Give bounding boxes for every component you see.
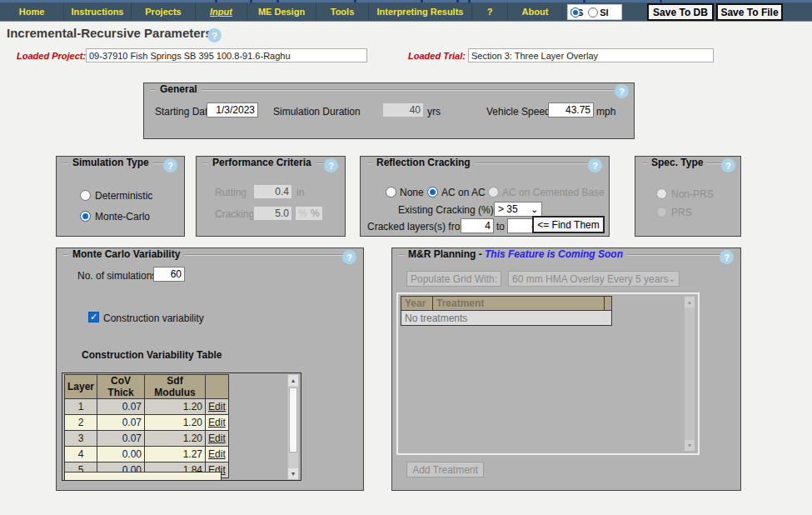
- table-row: 2 0.07 1.20 Edit: [65, 415, 229, 431]
- existing-cracking-value: > 35: [498, 203, 518, 215]
- table-row: 1 0.07 1.20 Edit: [65, 399, 229, 415]
- prs-label: PRS: [671, 207, 692, 218]
- mr-planning-panel: M&R Planning - This Feature is Coming So…: [391, 248, 741, 491]
- nav-item-tools[interactable]: Tools: [316, 2, 369, 21]
- scroll-up-icon: ▲: [685, 297, 695, 308]
- scroll-down-icon[interactable]: ▼: [288, 468, 298, 479]
- sdf-cell: 1.20: [145, 431, 206, 447]
- col-header-cov-thick: CoV Thick: [97, 375, 145, 399]
- si-radio-label: SI: [600, 8, 608, 18]
- layer-cell: 4: [65, 447, 97, 462]
- sim-duration-label: Simulation Duration: [273, 106, 361, 118]
- nav-item-projects[interactable]: Projects: [132, 2, 196, 21]
- construction-variability-label: Construction variability: [103, 312, 204, 324]
- populate-option-value: 60 mm HMA Overlay Every 5 years: [512, 273, 668, 285]
- performance-criteria-panel: Performance Criteria ? Rutting 0.4 in Cr…: [196, 156, 346, 237]
- general-help-icon[interactable]: ?: [615, 84, 629, 98]
- cov-cell: 0.00: [97, 447, 145, 462]
- nav-item-interpreting-results[interactable]: Interpreting Results: [369, 2, 472, 21]
- cracked-to-label: to: [496, 221, 505, 232]
- nav-item-instructions[interactable]: Instructions: [64, 2, 132, 21]
- scroll-up-icon[interactable]: ▲: [288, 375, 298, 386]
- edit-link[interactable]: Edit: [208, 448, 226, 460]
- existing-cracking-select[interactable]: > 35 ⌄: [494, 202, 542, 217]
- mr-planning-title: M&R Planning - This Feature is Coming So…: [404, 248, 627, 260]
- treatments-grid: Year Treatment: [401, 296, 612, 311]
- table-scrollbar[interactable]: ▲ ▼: [287, 374, 299, 480]
- simulations-label: No. of simulations: [77, 270, 157, 282]
- mr-planning-help-icon[interactable]: ?: [720, 250, 734, 264]
- ac-on-cemented-label: AC on Cemented Base: [502, 187, 605, 198]
- add-treatment-button: Add Treatment: [406, 462, 484, 478]
- non-prs-radio: [656, 188, 667, 199]
- treatments-list: Year Treatment No treatments ▲ ▼: [396, 292, 700, 455]
- monte-carlo-radio[interactable]: [80, 211, 91, 222]
- layer-cell: 1: [65, 399, 97, 415]
- simulations-input[interactable]: 60: [153, 267, 185, 282]
- existing-cracking-label: Existing Cracking (%): [398, 204, 492, 216]
- nav-item-help[interactable]: ?: [472, 2, 508, 21]
- rutting-label: Rutting: [215, 187, 247, 198]
- vehicle-speed-input[interactable]: 43.75: [548, 102, 594, 118]
- scrollbar-thumb[interactable]: [289, 388, 297, 452]
- simulation-type-panel: Simulation Type ? Deterministic Monte-Ca…: [56, 156, 185, 237]
- edit-link[interactable]: Edit: [208, 432, 226, 444]
- units-toggle: US SI: [567, 4, 622, 20]
- nav-item-me-design[interactable]: ME Design: [247, 2, 316, 21]
- cracking-label: Cracking: [215, 208, 254, 220]
- loaded-trial-label: Loaded Trial:: [408, 51, 466, 61]
- reflection-cracking-panel: Reflection Cracking ? None AC on AC AC o…: [360, 156, 610, 237]
- table-row: 4 0.00 1.27 Edit: [65, 447, 229, 462]
- deterministic-radio[interactable]: [80, 190, 91, 201]
- chevron-down-icon: ⌄: [531, 205, 538, 214]
- spec-type-help-icon[interactable]: ?: [721, 158, 735, 172]
- performance-criteria-help-icon[interactable]: ?: [324, 158, 338, 172]
- app-window: Home Instructions Projects Input ME Desi…: [0, 0, 812, 515]
- simulation-type-help-icon[interactable]: ?: [163, 158, 177, 172]
- no-treatments-row: No treatments: [401, 311, 612, 326]
- nav-item-home[interactable]: Home: [0, 2, 64, 21]
- us-radio[interactable]: [570, 8, 580, 18]
- nav-item-input[interactable]: Input: [196, 2, 247, 21]
- populate-option-select: 60 mm HMA Overlay Every 5 years ⌄: [508, 271, 680, 287]
- edit-link[interactable]: Edit: [208, 417, 226, 428]
- construction-variability-checkbox[interactable]: ✓: [88, 312, 99, 322]
- starting-date-label: Starting Date: [155, 106, 213, 118]
- ac-on-ac-radio[interactable]: [427, 187, 438, 198]
- find-them-button[interactable]: <= Find Them: [532, 216, 605, 233]
- cracking-input: 5.0: [253, 206, 292, 221]
- save-to-file-button[interactable]: Save To File: [716, 3, 783, 21]
- col-header-spacer: [605, 297, 612, 311]
- general-panel-title: General: [156, 83, 202, 95]
- save-to-db-button[interactable]: Save To DB: [647, 3, 714, 21]
- groupbox-line: [151, 89, 627, 90]
- monte-carlo-help-icon[interactable]: ?: [342, 250, 356, 264]
- cracked-from-input[interactable]: 4: [461, 218, 494, 233]
- col-header-layer: Layer: [65, 375, 97, 399]
- sim-duration-input: 40: [382, 102, 424, 118]
- loaded-project-field[interactable]: 09-37910 Fish Springs SB 395 100.8-91.6-…: [86, 48, 367, 62]
- cracked-layers-label: Cracked layers(s) from: [367, 221, 468, 232]
- none-label: None: [400, 187, 424, 198]
- starting-date-input[interactable]: 1/3/2023: [207, 102, 258, 118]
- page-help-icon[interactable]: ?: [207, 28, 222, 42]
- cov-cell: 0.07: [97, 415, 145, 431]
- edit-link[interactable]: Edit: [208, 401, 226, 412]
- general-panel: General ? Starting Date 1/3/2023 Simulat…: [143, 82, 635, 139]
- col-header-treatment: Treatment: [433, 297, 605, 311]
- page-title: Incremental-Recursive Parameters: [7, 26, 212, 40]
- prs-radio: [656, 207, 667, 218]
- monte-carlo-title: Monte Carlo Variability: [68, 248, 184, 260]
- si-radio[interactable]: [588, 8, 598, 18]
- nav-item-about[interactable]: About: [508, 2, 563, 21]
- col-header-edit: [206, 375, 229, 399]
- chevron-down-icon: ⌄: [669, 274, 675, 283]
- simulation-type-title: Simulation Type: [68, 157, 153, 168]
- none-radio[interactable]: [386, 187, 396, 198]
- spec-type-title: Spec. Type: [647, 157, 707, 168]
- treatments-scrollbar: ▲ ▼: [684, 296, 695, 452]
- treatments-header-row: Year Treatment: [401, 297, 612, 311]
- cov-cell: 0.07: [97, 399, 145, 415]
- loaded-trial-field[interactable]: Section 3: Three Layer Overlay: [468, 48, 714, 62]
- reflection-cracking-help-icon[interactable]: ?: [588, 158, 602, 172]
